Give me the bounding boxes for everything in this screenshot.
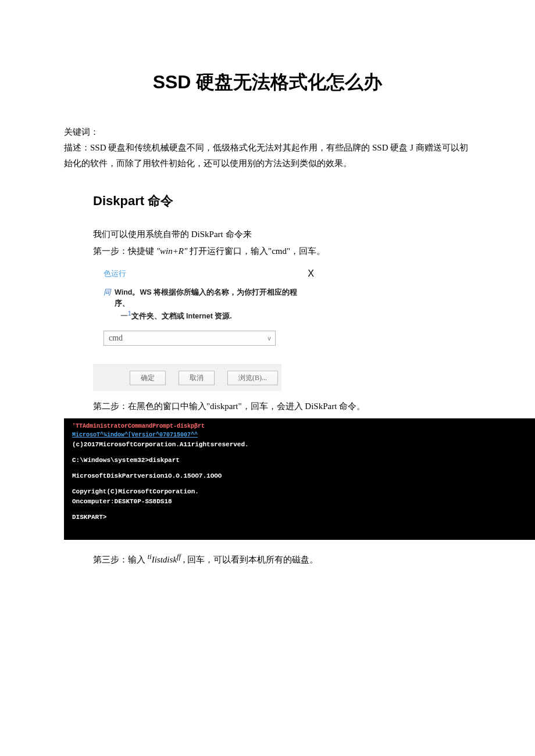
- intro-line: 我们可以使用系统自带的 DiSkPart 命令来: [93, 226, 471, 243]
- step3-suffix: , 回车，可以看到本机所有的磁盘。: [183, 555, 319, 564]
- cancel-button[interactable]: 取消: [179, 371, 215, 385]
- section-heading: Diskpart 命令: [93, 192, 471, 210]
- terminal-prompt-1: C:\Windows\system32>diskpart: [64, 456, 535, 465]
- step3-cmd-main: Iistdisk: [152, 555, 177, 564]
- step-3: 第三步：输入 tiIistdiskff , 回车，可以看到本机所有的磁盘。: [93, 550, 471, 568]
- run-dialog-header: 色运行 X: [93, 265, 320, 282]
- document-page: SSD 硬盘无法格式化怎么办 关键词： 描述：SSD 硬盘和传统机械硬盘不同，低…: [0, 0, 535, 603]
- terminal-dp-copyright: Copyright(C)MicrosoftCorporation.: [64, 487, 535, 497]
- terminal-version-header: MicrosoT^¼indow^[Versior^070715007^^: [64, 431, 535, 440]
- run-dialog: 色运行 X 同 Wind。WS 将根据你所蝙入的名称，为你打开相应的程序、 一1…: [93, 265, 320, 391]
- step1-prefix: 第一步：快捷键: [93, 246, 154, 256]
- ok-button[interactable]: 确定: [130, 371, 166, 385]
- step-1: 第一步：快捷键 "win+R" 打开运行窗口，输入"cmd"，回车。: [93, 243, 471, 260]
- run-dialog-message: 同 Wind。WS 将根据你所蝙入的名称，为你打开相应的程序、 一1文件夹、文档…: [104, 287, 309, 321]
- browse-button[interactable]: 浏览(B)...: [227, 371, 278, 385]
- run-dialog-title: 色运行: [104, 268, 126, 279]
- chevron-down-icon[interactable]: ∨: [267, 335, 272, 342]
- step1-key: "win+R": [156, 246, 188, 256]
- section: Diskpart 命令 我们可以使用系统自带的 DiSkPart 命令来 第一步…: [64, 192, 471, 568]
- terminal-dp-prompt[interactable]: DISKPART>: [64, 513, 535, 522]
- description-row: 描述：SSD 硬盘和传统机械硬盘不同，低级格式化无法对其起作用，有些品牌的 SS…: [64, 140, 471, 171]
- meta-block: 关键词： 描述：SSD 硬盘和传统机械硬盘不同，低级格式化无法对其起作用，有些品…: [64, 124, 471, 171]
- run-open-value: cmd: [109, 334, 123, 343]
- terminal-dp-computer: Oncomputer:DESKT0P-SS8DS18: [64, 497, 535, 507]
- description-label: 描述：: [64, 143, 90, 152]
- page-title: SSD 硬盘无法格式化怎么办: [64, 70, 471, 95]
- terminal-copyright: (c)2O17MicrosoftCorporation.A11rightsres…: [64, 440, 535, 450]
- run-msg-line2-rest: 文件夹、文档或 Internet 资源.: [131, 312, 232, 320]
- run-open-combobox[interactable]: cmd ∨: [104, 331, 276, 346]
- terminal-window: 'TTAdministratorCommandPrompt-diskpβrt M…: [64, 418, 535, 540]
- run-button-bar: 确定 取消 浏览(B)...: [93, 364, 281, 391]
- run-msg-line1: Wind。WS 将根据你所蝙入的名称，为你打开相应的程序、: [115, 288, 297, 307]
- step3-cmd-pre: ti: [148, 553, 152, 561]
- keywords-label: 关键词：: [64, 127, 99, 137]
- close-icon[interactable]: X: [308, 268, 314, 279]
- description-text: SSD 硬盘和传统机械硬盘不同，低级格式化无法对其起作用，有些品牌的 SSD 硬…: [64, 143, 468, 168]
- step3-prefix: 第三步：输入: [93, 555, 145, 564]
- terminal-dp-version: MicrosoftDiskPartversion1O.O.15OO7.1OOO: [64, 471, 535, 481]
- step3-cmd-suf: ff: [177, 553, 181, 561]
- run-dialog-body: 同 Wind。WS 将根据你所蝙入的名称，为你打开相应的程序、 一1文件夹、文档…: [93, 282, 320, 354]
- run-app-icon: 同: [104, 287, 111, 321]
- keywords-row: 关键词：: [64, 124, 471, 140]
- step-2: 第二步：在黑色的窗口中输入"diskpart"，回车，会进入 DiSkPart …: [93, 398, 471, 415]
- terminal-title: 'TTAdministratorCommandPrompt-diskpβrt: [64, 422, 535, 431]
- step1-suffix: 打开运行窗口，输入"cmd"，回车。: [190, 246, 325, 256]
- run-msg-line2-dash: 一: [120, 312, 128, 320]
